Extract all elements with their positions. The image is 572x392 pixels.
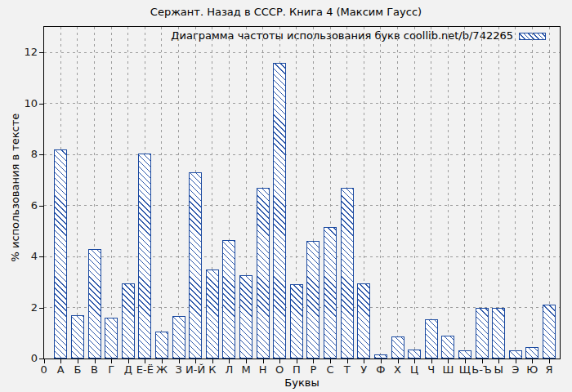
x-tick-label-О: О — [275, 364, 284, 376]
bar-Г — [105, 318, 118, 359]
bar-Н — [257, 188, 270, 359]
bar-З — [172, 316, 185, 359]
bar-М — [239, 275, 252, 359]
x-tick-label-З: З — [175, 364, 181, 376]
y-axis-label: % использования в тексте — [9, 123, 21, 262]
bar-Ы — [492, 308, 505, 359]
chart-title: Сержант. Назад в СССР. Книга 4 (Максим Г… — [0, 6, 572, 18]
x-tick-label-Т: Т — [344, 364, 351, 376]
bar-Р — [306, 241, 320, 359]
bar-В — [88, 249, 101, 359]
y-tick-label-2: 2 — [0, 302, 38, 314]
grid-line-x-Г — [111, 27, 112, 359]
x-tick-label-Г: Г — [108, 364, 114, 376]
x-tick-label-Э: Э — [512, 364, 519, 376]
x-axis-label: Буквы — [284, 376, 319, 389]
x-tick-label-Ч: Ч — [427, 364, 435, 376]
bar-Б — [71, 315, 84, 359]
bar-Х — [391, 336, 404, 359]
y-tick-mark — [39, 206, 43, 207]
y-tick-label-4: 4 — [0, 251, 38, 262]
legend-label: Диаграмма частоты использования букв coo… — [171, 30, 513, 42]
x-tick-label-Я: Я — [545, 364, 552, 376]
y-tick-mark — [39, 52, 43, 53]
bar-Ц — [408, 350, 421, 359]
x-tick-label-Х: Х — [394, 364, 401, 376]
bar-Ч — [425, 319, 438, 359]
x-tick-label-Ь-Ъ: Ь-Ъ — [471, 364, 491, 376]
letter-frequency-chart: Сержант. Назад в СССР. Книга 4 (Максим Г… — [0, 0, 572, 392]
grid-line-x-Х — [397, 27, 398, 359]
bar-Ф — [374, 354, 387, 359]
grid-line-y-8 — [44, 154, 560, 155]
y-tick-label-6: 6 — [0, 200, 38, 212]
x-tick-label-Ф: Ф — [376, 364, 385, 376]
grid-line-y-12 — [44, 52, 560, 53]
x-tick-label-Д: Д — [124, 364, 132, 376]
x-tick-label-И-Й: И-Й — [185, 364, 205, 376]
x-tick-label-Р: Р — [311, 364, 317, 376]
grid-line-x-Ж — [161, 27, 162, 359]
bar-Ш — [441, 336, 454, 359]
x-tick-label-Ц: Ц — [410, 364, 418, 376]
bar-Л — [222, 240, 235, 359]
bar-Я — [543, 305, 556, 359]
bar-У — [357, 283, 370, 359]
plot-area: Диаграмма частоты использования букв coo… — [43, 26, 561, 359]
y-tick-mark — [39, 104, 43, 105]
x-tick-label-Ш: Ш — [442, 364, 454, 376]
bar-О — [273, 63, 286, 359]
grid-line-x-Ц — [414, 27, 415, 359]
grid-line-x-Э — [515, 27, 516, 359]
x-tick-label-0: 0 — [41, 364, 47, 376]
grid-line-y-10 — [44, 103, 560, 104]
bar-Ж — [155, 332, 168, 359]
legend: Диаграмма частоты использования букв coo… — [171, 30, 546, 42]
x-tick-label-Ю: Ю — [526, 364, 538, 376]
x-tick-label-М: М — [241, 364, 250, 376]
y-tick-label-8: 8 — [0, 149, 38, 160]
grid-line-x-Ф — [380, 27, 381, 359]
x-tick-label-П: П — [293, 364, 301, 376]
bar-И-Й — [189, 172, 202, 359]
y-tick-mark — [39, 308, 43, 309]
bar-Ю — [525, 347, 538, 359]
x-tick-label-Б: Б — [74, 364, 81, 376]
y-tick-mark — [39, 154, 43, 155]
x-tick-label-Ы: Ы — [494, 364, 503, 376]
x-tick-label-К: К — [208, 364, 216, 376]
bar-Ь-Ъ — [476, 308, 489, 359]
grid-line-x-Б — [77, 27, 78, 359]
bar-К — [206, 270, 219, 359]
bar-Д — [122, 283, 135, 359]
x-tick-label-А: А — [57, 364, 65, 376]
bar-Е-Ё — [138, 154, 151, 359]
y-tick-mark — [39, 256, 43, 257]
x-tick-label-Щ: Щ — [459, 364, 471, 376]
x-tick-label-Н: Н — [259, 364, 267, 376]
bar-Щ — [458, 350, 471, 359]
grid-line-x-Ш — [448, 27, 449, 359]
y-tick-label-10: 10 — [0, 98, 38, 109]
grid-line-x-Щ — [464, 27, 465, 359]
grid-line-x-Ч — [431, 27, 431, 359]
grid-line-x-Ю — [532, 27, 533, 359]
grid-line-x-З — [178, 27, 179, 359]
x-tick-label-Е-Ё: Е-Ё — [136, 364, 154, 376]
y-tick-mark — [39, 359, 43, 359]
x-tick-label-Л: Л — [226, 364, 234, 376]
grid-line-y-6 — [44, 205, 560, 206]
bar-Т — [341, 188, 354, 359]
x-tick-label-У: У — [360, 364, 367, 376]
bar-П — [290, 284, 303, 359]
y-tick-label-0: 0 — [0, 353, 38, 364]
bar-С — [324, 227, 337, 359]
bar-Э — [509, 350, 522, 359]
x-tick-label-В: В — [91, 364, 98, 376]
grid-line-y-4 — [44, 256, 560, 257]
bar-А — [54, 149, 67, 359]
y-tick-label-12: 12 — [0, 47, 38, 58]
x-tick-label-Ж: Ж — [156, 364, 168, 376]
x-tick-label-С: С — [327, 364, 334, 376]
